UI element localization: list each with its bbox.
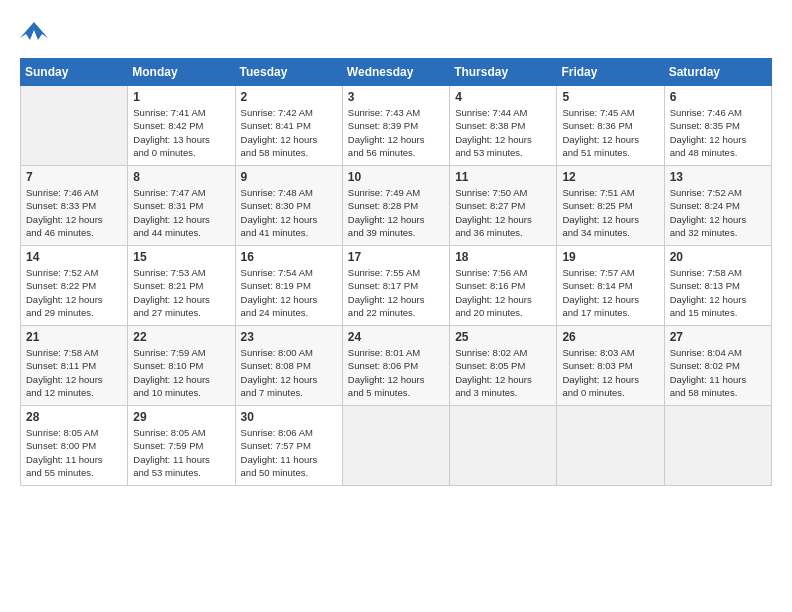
day-number: 21: [26, 330, 122, 344]
day-info: Sunrise: 7:58 AM Sunset: 8:11 PM Dayligh…: [26, 346, 122, 399]
calendar-table: SundayMondayTuesdayWednesdayThursdayFrid…: [20, 58, 772, 486]
day-info: Sunrise: 7:55 AM Sunset: 8:17 PM Dayligh…: [348, 266, 444, 319]
day-number: 3: [348, 90, 444, 104]
day-info: Sunrise: 7:52 AM Sunset: 8:24 PM Dayligh…: [670, 186, 766, 239]
day-cell: [557, 406, 664, 486]
day-cell: [342, 406, 449, 486]
day-number: 12: [562, 170, 658, 184]
day-number: 19: [562, 250, 658, 264]
day-info: Sunrise: 7:45 AM Sunset: 8:36 PM Dayligh…: [562, 106, 658, 159]
day-info: Sunrise: 8:05 AM Sunset: 7:59 PM Dayligh…: [133, 426, 229, 479]
day-number: 8: [133, 170, 229, 184]
day-cell: 24Sunrise: 8:01 AM Sunset: 8:06 PM Dayli…: [342, 326, 449, 406]
day-cell: 5Sunrise: 7:45 AM Sunset: 8:36 PM Daylig…: [557, 86, 664, 166]
day-info: Sunrise: 7:46 AM Sunset: 8:33 PM Dayligh…: [26, 186, 122, 239]
day-cell: 20Sunrise: 7:58 AM Sunset: 8:13 PM Dayli…: [664, 246, 771, 326]
day-number: 28: [26, 410, 122, 424]
day-info: Sunrise: 7:44 AM Sunset: 8:38 PM Dayligh…: [455, 106, 551, 159]
day-cell: 7Sunrise: 7:46 AM Sunset: 8:33 PM Daylig…: [21, 166, 128, 246]
day-cell: 6Sunrise: 7:46 AM Sunset: 8:35 PM Daylig…: [664, 86, 771, 166]
day-cell: [450, 406, 557, 486]
day-number: 30: [241, 410, 337, 424]
svg-marker-0: [20, 22, 48, 40]
day-info: Sunrise: 7:54 AM Sunset: 8:19 PM Dayligh…: [241, 266, 337, 319]
day-cell: 17Sunrise: 7:55 AM Sunset: 8:17 PM Dayli…: [342, 246, 449, 326]
header-cell-thursday: Thursday: [450, 59, 557, 86]
day-number: 27: [670, 330, 766, 344]
day-info: Sunrise: 8:01 AM Sunset: 8:06 PM Dayligh…: [348, 346, 444, 399]
week-row-4: 21Sunrise: 7:58 AM Sunset: 8:11 PM Dayli…: [21, 326, 772, 406]
week-row-2: 7Sunrise: 7:46 AM Sunset: 8:33 PM Daylig…: [21, 166, 772, 246]
logo-bird-icon: [20, 20, 48, 42]
header-cell-wednesday: Wednesday: [342, 59, 449, 86]
day-info: Sunrise: 7:41 AM Sunset: 8:42 PM Dayligh…: [133, 106, 229, 159]
day-info: Sunrise: 8:04 AM Sunset: 8:02 PM Dayligh…: [670, 346, 766, 399]
day-number: 2: [241, 90, 337, 104]
day-number: 18: [455, 250, 551, 264]
day-info: Sunrise: 7:59 AM Sunset: 8:10 PM Dayligh…: [133, 346, 229, 399]
header-cell-sunday: Sunday: [21, 59, 128, 86]
day-info: Sunrise: 7:48 AM Sunset: 8:30 PM Dayligh…: [241, 186, 337, 239]
header-cell-monday: Monday: [128, 59, 235, 86]
day-cell: 8Sunrise: 7:47 AM Sunset: 8:31 PM Daylig…: [128, 166, 235, 246]
day-number: 13: [670, 170, 766, 184]
day-cell: 27Sunrise: 8:04 AM Sunset: 8:02 PM Dayli…: [664, 326, 771, 406]
header: [20, 20, 772, 42]
day-info: Sunrise: 7:47 AM Sunset: 8:31 PM Dayligh…: [133, 186, 229, 239]
day-number: 22: [133, 330, 229, 344]
day-cell: 26Sunrise: 8:03 AM Sunset: 8:03 PM Dayli…: [557, 326, 664, 406]
day-cell: 21Sunrise: 7:58 AM Sunset: 8:11 PM Dayli…: [21, 326, 128, 406]
week-row-3: 14Sunrise: 7:52 AM Sunset: 8:22 PM Dayli…: [21, 246, 772, 326]
header-cell-friday: Friday: [557, 59, 664, 86]
day-cell: 12Sunrise: 7:51 AM Sunset: 8:25 PM Dayli…: [557, 166, 664, 246]
day-number: 11: [455, 170, 551, 184]
day-info: Sunrise: 8:05 AM Sunset: 8:00 PM Dayligh…: [26, 426, 122, 479]
day-cell: 30Sunrise: 8:06 AM Sunset: 7:57 PM Dayli…: [235, 406, 342, 486]
day-cell: 13Sunrise: 7:52 AM Sunset: 8:24 PM Dayli…: [664, 166, 771, 246]
day-cell: 22Sunrise: 7:59 AM Sunset: 8:10 PM Dayli…: [128, 326, 235, 406]
day-number: 29: [133, 410, 229, 424]
day-number: 9: [241, 170, 337, 184]
day-cell: 9Sunrise: 7:48 AM Sunset: 8:30 PM Daylig…: [235, 166, 342, 246]
day-cell: 29Sunrise: 8:05 AM Sunset: 7:59 PM Dayli…: [128, 406, 235, 486]
header-cell-tuesday: Tuesday: [235, 59, 342, 86]
day-info: Sunrise: 7:51 AM Sunset: 8:25 PM Dayligh…: [562, 186, 658, 239]
week-row-5: 28Sunrise: 8:05 AM Sunset: 8:00 PM Dayli…: [21, 406, 772, 486]
day-cell: 18Sunrise: 7:56 AM Sunset: 8:16 PM Dayli…: [450, 246, 557, 326]
header-row: SundayMondayTuesdayWednesdayThursdayFrid…: [21, 59, 772, 86]
day-number: 14: [26, 250, 122, 264]
day-number: 4: [455, 90, 551, 104]
day-info: Sunrise: 7:53 AM Sunset: 8:21 PM Dayligh…: [133, 266, 229, 319]
day-info: Sunrise: 7:43 AM Sunset: 8:39 PM Dayligh…: [348, 106, 444, 159]
day-info: Sunrise: 7:58 AM Sunset: 8:13 PM Dayligh…: [670, 266, 766, 319]
day-info: Sunrise: 7:46 AM Sunset: 8:35 PM Dayligh…: [670, 106, 766, 159]
day-info: Sunrise: 7:57 AM Sunset: 8:14 PM Dayligh…: [562, 266, 658, 319]
day-cell: 11Sunrise: 7:50 AM Sunset: 8:27 PM Dayli…: [450, 166, 557, 246]
header-cell-saturday: Saturday: [664, 59, 771, 86]
day-cell: 10Sunrise: 7:49 AM Sunset: 8:28 PM Dayli…: [342, 166, 449, 246]
day-cell: 15Sunrise: 7:53 AM Sunset: 8:21 PM Dayli…: [128, 246, 235, 326]
day-info: Sunrise: 8:03 AM Sunset: 8:03 PM Dayligh…: [562, 346, 658, 399]
day-cell: 3Sunrise: 7:43 AM Sunset: 8:39 PM Daylig…: [342, 86, 449, 166]
day-cell: 1Sunrise: 7:41 AM Sunset: 8:42 PM Daylig…: [128, 86, 235, 166]
day-cell: [21, 86, 128, 166]
day-info: Sunrise: 7:56 AM Sunset: 8:16 PM Dayligh…: [455, 266, 551, 319]
day-cell: 23Sunrise: 8:00 AM Sunset: 8:08 PM Dayli…: [235, 326, 342, 406]
day-number: 10: [348, 170, 444, 184]
day-number: 26: [562, 330, 658, 344]
day-number: 7: [26, 170, 122, 184]
day-number: 6: [670, 90, 766, 104]
day-number: 25: [455, 330, 551, 344]
day-cell: 16Sunrise: 7:54 AM Sunset: 8:19 PM Dayli…: [235, 246, 342, 326]
day-number: 16: [241, 250, 337, 264]
day-cell: 28Sunrise: 8:05 AM Sunset: 8:00 PM Dayli…: [21, 406, 128, 486]
day-cell: 2Sunrise: 7:42 AM Sunset: 8:41 PM Daylig…: [235, 86, 342, 166]
day-number: 1: [133, 90, 229, 104]
week-row-1: 1Sunrise: 7:41 AM Sunset: 8:42 PM Daylig…: [21, 86, 772, 166]
day-number: 5: [562, 90, 658, 104]
day-cell: 14Sunrise: 7:52 AM Sunset: 8:22 PM Dayli…: [21, 246, 128, 326]
day-number: 23: [241, 330, 337, 344]
day-info: Sunrise: 7:49 AM Sunset: 8:28 PM Dayligh…: [348, 186, 444, 239]
day-info: Sunrise: 8:06 AM Sunset: 7:57 PM Dayligh…: [241, 426, 337, 479]
day-info: Sunrise: 7:52 AM Sunset: 8:22 PM Dayligh…: [26, 266, 122, 319]
